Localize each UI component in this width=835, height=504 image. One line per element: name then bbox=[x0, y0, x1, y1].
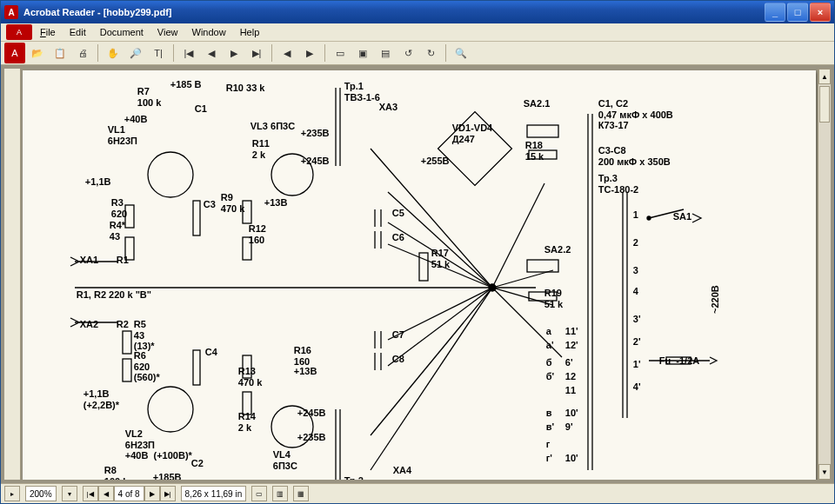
pin-bp: б' bbox=[546, 371, 554, 382]
pin-10pb: 10' bbox=[565, 453, 578, 464]
next-page-button[interactable]: ▶ bbox=[224, 43, 244, 63]
lbl-R10: R10 33 k bbox=[226, 83, 265, 94]
pin-2: 2 bbox=[633, 237, 638, 249]
lbl-p235b: +235В bbox=[297, 432, 326, 443]
lbl-Fu: Fu -1/2A bbox=[659, 355, 699, 367]
pin-6p: 6' bbox=[565, 357, 573, 368]
layout-single[interactable]: ▭ bbox=[251, 486, 267, 501]
scroll-thumb[interactable] bbox=[819, 86, 830, 123]
lbl-XA3: XA3 bbox=[379, 102, 397, 113]
back-button[interactable]: ◀ bbox=[277, 43, 297, 63]
schematic-drawing bbox=[23, 70, 816, 480]
statusbar: ▸ 200% ▾ |◀ ◀ 4 of 8 ▶ ▶| 8,26 x 11,69 i… bbox=[1, 483, 834, 503]
lbl-p245a: +245В bbox=[301, 156, 330, 167]
svg-point-43 bbox=[647, 216, 651, 220]
lbl-C2: C2 bbox=[191, 458, 204, 469]
text-select-button[interactable]: T| bbox=[148, 43, 169, 63]
lbl-XA4: XA4 bbox=[393, 465, 411, 476]
lbl-p185b: +185В (+245В)* bbox=[153, 472, 191, 480]
lbl-XA1: XA1 bbox=[80, 255, 98, 266]
pin-9p: 9' bbox=[565, 421, 573, 433]
print-button[interactable]: 🖨 bbox=[72, 43, 93, 63]
sb-first[interactable]: |◀ bbox=[83, 486, 98, 501]
lbl-R11: R11 2 k bbox=[252, 138, 270, 160]
scroll-down-button[interactable]: ▼ bbox=[818, 464, 831, 480]
lbl-R7: R7 100 k bbox=[137, 86, 162, 108]
lbl-R4: R4* 43 bbox=[110, 220, 125, 242]
pin-1p: 1' bbox=[633, 359, 641, 370]
find-button[interactable]: 🔍 bbox=[451, 43, 471, 63]
pin-v: в bbox=[546, 408, 552, 419]
lbl-R2: R2 bbox=[117, 319, 129, 330]
menu-window[interactable]: Window bbox=[186, 26, 232, 38]
pin-12: 12 bbox=[565, 371, 576, 382]
pin-3: 3 bbox=[633, 265, 638, 276]
open-button[interactable]: 📂 bbox=[27, 43, 48, 63]
scroll-up-button[interactable]: ▲ bbox=[818, 69, 831, 84]
menu-document[interactable]: Document bbox=[94, 26, 150, 38]
zoom-button[interactable]: 🔎 bbox=[125, 43, 146, 63]
menubar: A FFileile Edit Document View Window Hel… bbox=[1, 23, 834, 42]
forward-button[interactable]: ▶ bbox=[299, 43, 320, 63]
zoom-dropdown[interactable]: ▾ bbox=[62, 486, 77, 501]
pin-gp: г' bbox=[546, 453, 552, 464]
pdf-page: R7 100 k +185 В R10 33 k Тр.1 ТВЗ-1-6 XA… bbox=[23, 70, 816, 480]
menu-edit[interactable]: Edit bbox=[63, 26, 92, 38]
sb-prev[interactable]: ◀ bbox=[98, 486, 114, 501]
lbl-C8: C8 bbox=[392, 354, 404, 365]
rotate-button[interactable]: ↻ bbox=[420, 43, 441, 63]
fit-page-button[interactable]: ▣ bbox=[352, 43, 373, 63]
lbl-VL3: VL3 6П3С bbox=[250, 121, 295, 132]
sb-next[interactable]: ▶ bbox=[144, 486, 160, 501]
lbl-R15: R15 33 k (2k4)* bbox=[219, 479, 287, 480]
reflow-button[interactable]: ↺ bbox=[397, 43, 418, 63]
adobe-icon[interactable]: A bbox=[4, 43, 25, 63]
sb-last[interactable]: ▶| bbox=[160, 486, 176, 501]
prev-page-button[interactable]: ◀ bbox=[201, 43, 222, 63]
svg-rect-54 bbox=[123, 331, 131, 354]
lbl-C7: C7 bbox=[392, 329, 404, 341]
pin-12p: 12' bbox=[565, 340, 578, 351]
lbl-p235a: +235В bbox=[301, 128, 330, 139]
menu-help[interactable]: Help bbox=[234, 26, 266, 38]
last-page-button[interactable]: ▶| bbox=[246, 43, 267, 63]
close-button[interactable]: × bbox=[810, 3, 831, 22]
doc-icon: A bbox=[6, 24, 32, 40]
vertical-scrollbar[interactable]: ▲ ▼ bbox=[818, 69, 831, 480]
lbl-p13b: +13В bbox=[294, 366, 317, 377]
tab-toggle-button[interactable]: ▸ bbox=[4, 486, 20, 501]
save-button[interactable]: 📋 bbox=[50, 43, 70, 63]
menu-file[interactable]: FFileile bbox=[34, 26, 62, 38]
svg-rect-37 bbox=[419, 253, 428, 281]
minimize-button[interactable]: _ bbox=[765, 3, 785, 22]
pin-3p: 3' bbox=[633, 314, 641, 325]
lbl-R18: R18 15 k bbox=[525, 140, 544, 162]
lbl-SA21: SA2.1 bbox=[524, 98, 551, 109]
pin-10p: 10' bbox=[565, 408, 578, 419]
dims-field: 8,26 x 11,69 in bbox=[181, 486, 247, 501]
svg-line-9 bbox=[371, 288, 492, 470]
maximize-button[interactable]: □ bbox=[787, 3, 808, 22]
layout-cont[interactable]: ▥ bbox=[272, 486, 288, 501]
zoom-field[interactable]: 200% bbox=[25, 486, 57, 501]
lbl-C3: C3 bbox=[204, 199, 216, 210]
svg-rect-33 bbox=[527, 125, 558, 137]
hand-tool-button[interactable]: ✋ bbox=[103, 43, 124, 63]
lbl-VD: VD1-VD4 Д247 bbox=[452, 123, 492, 144]
lbl-R1R2: R1, R2 220 k "В" bbox=[77, 289, 151, 301]
page-field[interactable]: 4 of 8 bbox=[114, 486, 144, 501]
lbl-R6: R6 620 (560)* bbox=[134, 350, 160, 383]
actual-size-button[interactable]: ▭ bbox=[330, 43, 351, 63]
pin-a: а bbox=[546, 326, 551, 337]
lbl-Tp2: Тр.2 ТВЗ-1-6 bbox=[344, 475, 380, 480]
pin-2p: 2' bbox=[633, 336, 641, 348]
lbl-SA22: SA2.2 bbox=[544, 244, 571, 255]
pin-b: б bbox=[546, 357, 552, 368]
lbl-Tp3: Тр.3 ТС-180-2 bbox=[598, 173, 638, 195]
layout-facing[interactable]: ▦ bbox=[293, 486, 309, 501]
svg-rect-55 bbox=[123, 359, 131, 381]
first-page-button[interactable]: |◀ bbox=[178, 43, 199, 63]
menu-view[interactable]: View bbox=[151, 26, 184, 38]
lbl-p13a: +13В bbox=[264, 197, 288, 209]
fit-width-button[interactable]: ▤ bbox=[375, 43, 396, 63]
